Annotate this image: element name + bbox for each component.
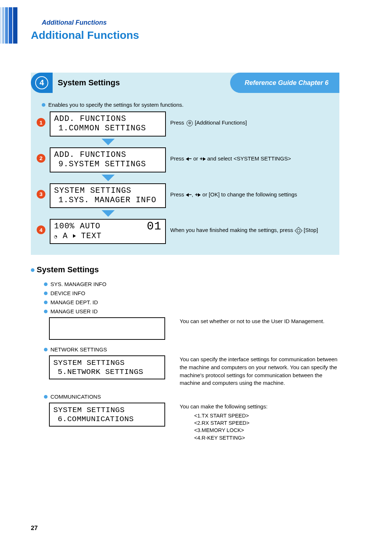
reference-chapter: Reference Guide Chapter 6: [230, 73, 339, 93]
setting-device-info: DEVICE INFO: [50, 290, 85, 296]
system-settings-subsection: System Settings SYS. MANAGER INFO DEVICE…: [31, 265, 339, 441]
bullet-icon: [44, 292, 48, 295]
functions-key-icon: ⊛: [187, 120, 193, 126]
step-badge-1: 1: [37, 118, 45, 127]
step-badge-3: 3: [37, 190, 45, 199]
right-arrow-icon: [203, 157, 206, 161]
section-number-badge: 4: [31, 73, 53, 93]
manage-user-desc: You can set whether or not to use the Us…: [180, 317, 339, 325]
left-arrow-icon: [186, 157, 189, 161]
lcd-network: SYSTEM SETTINGS 5.NETWORK SETTINGS: [49, 355, 165, 379]
bullet-icon: [42, 103, 45, 107]
step1-desc: Press ⊛ [Additional Functions]: [170, 119, 339, 126]
lcd-step2: ADD. FUNCTIONS 9.SYSTEM SETTINGS: [50, 147, 166, 172]
lcd-manage-user: [49, 317, 165, 340]
bullet-icon: [44, 282, 48, 286]
bullet-icon: [44, 395, 48, 399]
network-desc: You can specify the interface settings f…: [180, 355, 339, 387]
lcd-step4: 100% AUTO01 ◔ A TEXT: [50, 219, 166, 244]
bullet-icon: [44, 310, 48, 313]
lcd-step1: ADD. FUNCTIONS 1.COMMON SETTINGS: [50, 111, 166, 137]
stop-key-icon: [295, 227, 302, 235]
setting-communications: COMMUNICATIONS: [50, 394, 101, 400]
running-header: Additional Functions: [42, 19, 107, 27]
communications-desc: You can make the following settings: <1.…: [180, 403, 339, 441]
page-title: Additional Functions: [31, 29, 139, 41]
down-arrow-icon: [102, 210, 115, 217]
decorative-stripe: [0, 7, 17, 44]
step4-desc: When you have finished making the settin…: [170, 226, 339, 234]
section-title: System Settings: [58, 78, 120, 87]
bullet-icon: [44, 348, 48, 351]
comm-opt-1: <1.TX START SPEED>: [194, 412, 339, 419]
section-intro: Enables you to specify the settings for …: [48, 102, 184, 108]
comm-opt-2: <2.RX START SPEED>: [194, 419, 339, 427]
comm-opt-4: <4.R-KEY SETTING>: [194, 434, 339, 441]
bullet-icon: [31, 268, 34, 272]
step-badge-2: 2: [37, 154, 45, 163]
down-arrow-icon: [102, 139, 115, 145]
lcd-communications: SYSTEM SETTINGS 6.COMMUNICATIONS: [49, 403, 165, 427]
page-number: 27: [31, 525, 38, 532]
lcd-step3: SYSTEM SETTINGS 1.SYS. MANAGER INFO: [50, 183, 166, 208]
setting-network: NETWORK SETTINGS: [50, 346, 107, 353]
setting-sys-manager: SYS. MANAGER INFO: [50, 281, 106, 287]
subsection-title: System Settings: [37, 265, 99, 274]
down-arrow-icon: [102, 175, 115, 181]
left-arrow-icon: [186, 193, 189, 197]
setting-manage-user: MANAGE USER ID: [50, 308, 98, 314]
step2-desc: Press − or + and select <SYSTEM SETTINGS…: [170, 155, 339, 162]
step3-desc: Press −, + or [OK] to change the followi…: [170, 191, 339, 198]
setting-manage-dept: MANAGE DEPT. ID: [50, 299, 98, 305]
system-settings-box: 4 System Settings Reference Guide Chapte…: [31, 73, 339, 255]
comm-opt-3: <3.MEMORY LOCK>: [194, 427, 339, 434]
bullet-icon: [44, 301, 48, 304]
lcd4-text: TEXT: [81, 232, 102, 241]
step-badge-4: 4: [37, 225, 45, 234]
